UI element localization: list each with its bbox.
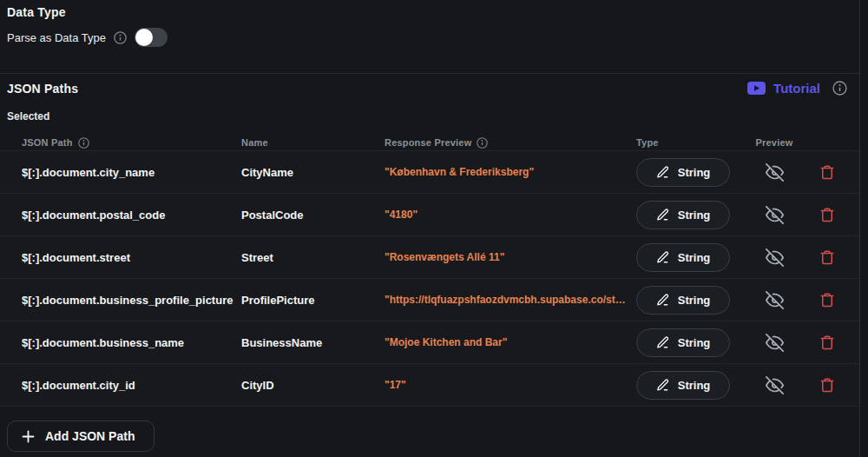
type-button[interactable]: String [636,158,730,187]
preview-cell [747,330,801,355]
preview-cell [747,245,801,270]
json-path-value: $[:].document.city_name [22,166,241,179]
youtube-icon [747,82,766,95]
preview-cell [747,160,801,185]
data-type-title: Data Type [7,5,66,19]
type-label: String [678,166,711,179]
preview-cell [747,373,801,398]
json-path-value: $[:].document.business_profile_picture [22,294,241,307]
add-json-path-label: Add JSON Path [45,429,135,443]
hide-preview-button[interactable] [762,245,787,270]
pencil-icon [656,165,670,179]
delete-row-button[interactable] [816,246,838,268]
delete-cell [801,331,853,354]
delete-cell [801,288,853,311]
json-path-value: $[:].document.street [22,251,241,264]
trash-icon [819,207,835,222]
type-button[interactable]: String [636,201,730,229]
json-paths-title: JSON Paths [7,82,78,96]
name-value: Street [241,251,385,264]
table-row: $[:].document.city_id CityID "17" String [0,363,859,406]
type-cell: String [636,243,747,272]
pencil-icon [656,250,670,264]
name-value: BusinessName [241,336,385,349]
trash-icon [819,164,835,180]
delete-cell [801,374,853,396]
response-preview-value: "4180" [385,209,636,221]
delete-cell [801,203,853,226]
delete-cell [801,246,853,268]
type-label: String [678,379,711,392]
parse-as-data-type-row: Parse as Data Type [7,27,168,48]
type-button[interactable]: String [636,243,730,272]
eye-off-icon [766,163,784,182]
delete-row-button[interactable] [816,331,838,354]
type-button[interactable]: String [636,371,730,400]
response-preview-value: "København & Frederiksberg" [385,166,636,178]
toggle-knob [135,29,153,46]
trash-icon [819,334,835,350]
type-cell: String [636,371,747,400]
info-icon[interactable] [114,31,127,44]
section-divider [0,73,859,74]
type-label: String [678,294,711,307]
info-icon[interactable] [477,137,488,149]
type-button[interactable]: String [636,328,730,357]
parse-as-data-type-label: Parse as Data Type [7,31,106,44]
table-row: $[:].document.city_name CityName "Københ… [0,150,859,193]
add-json-path-button[interactable]: Add JSON Path [7,421,155,452]
type-cell: String [636,286,747,315]
json-paths-panel: Data Type Parse as Data Type JSON Paths [0,0,868,457]
eye-off-icon [766,206,784,224]
info-icon[interactable] [78,137,89,149]
delete-row-button[interactable] [816,161,838,183]
name-value: PostalCode [241,209,385,222]
tutorial-link[interactable]: Tutorial [747,81,820,96]
trash-icon [819,377,835,393]
preview-cell [747,288,801,313]
preview-cell [747,202,801,228]
hide-preview-button[interactable] [762,373,787,398]
eye-off-icon [766,334,784,352]
column-header-name: Name [241,137,385,148]
parse-data-type-toggle[interactable] [135,28,168,47]
column-header-json-path: JSON Path [22,137,241,149]
table-row: $[:].document.postal_code PostalCode "41… [0,193,859,235]
json-paths-table: JSON Path Name Response Preview [0,135,859,407]
column-header-response-preview: Response Preview [385,137,636,149]
type-cell: String [636,328,747,357]
hide-preview-button[interactable] [762,160,787,185]
type-button[interactable]: String [636,286,730,315]
json-path-value: $[:].document.business_name [22,336,241,349]
response-preview-value: "Mojoe Kitchen and Bar" [385,336,636,348]
type-label: String [678,209,711,222]
name-value: CityName [241,166,385,179]
json-paths-header: JSON Paths Tutorial [7,81,847,96]
response-preview-value: "https://tlqfuazpshfaozdvmcbh.supabase.c… [385,294,636,306]
delete-row-button[interactable] [816,203,838,226]
hide-preview-button[interactable] [762,202,787,228]
column-header-type: Type [636,137,747,148]
delete-row-button[interactable] [816,288,838,311]
hide-preview-button[interactable] [762,288,787,313]
delete-row-button[interactable] [816,374,838,396]
hide-preview-button[interactable] [762,330,787,355]
delete-cell [801,161,853,183]
pencil-icon [656,293,670,307]
response-preview-value: "Rosenvængets Allé 11" [385,251,636,263]
scrollbar-track[interactable] [859,0,868,457]
column-header-preview: Preview [747,137,801,148]
trash-icon [819,249,835,265]
eye-off-icon [766,248,784,267]
pencil-icon [656,208,670,222]
response-preview-value: "17" [385,379,636,391]
json-path-value: $[:].document.postal_code [22,209,241,222]
info-icon[interactable] [832,81,847,96]
name-value: ProfilePicture [241,294,385,307]
type-cell: String [636,201,747,229]
eye-off-icon [766,291,784,309]
name-value: CityID [241,379,385,392]
tutorial-label: Tutorial [773,81,820,96]
json-path-value: $[:].document.city_id [22,379,241,392]
trash-icon [819,292,835,308]
